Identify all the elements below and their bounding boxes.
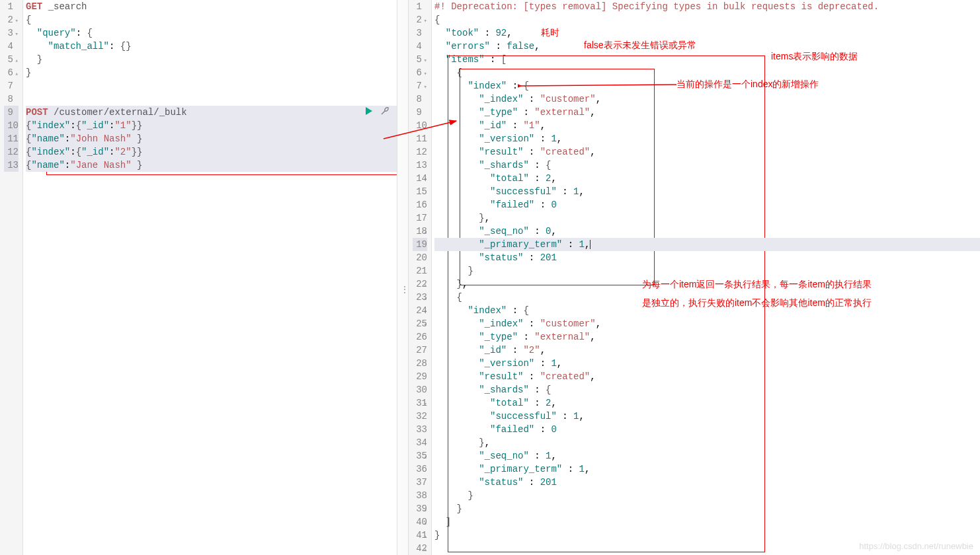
line-number: 39▴ — [413, 502, 427, 515]
code-line[interactable]: "total" : 2, — [434, 396, 980, 410]
line-number: 19 — [413, 238, 427, 251]
code-line[interactable]: "total" : 2, — [434, 172, 980, 185]
line-number: 37 — [413, 476, 427, 489]
line-number: 5▾ — [413, 53, 427, 66]
response-viewer-pane: 12▾345▾6▾7▾8910111213▾14151617▴18192021▴… — [409, 0, 980, 555]
code-line[interactable]: "_seq_no" : 0, — [434, 225, 980, 238]
line-number: 11 — [413, 132, 427, 145]
code-line[interactable] — [26, 92, 397, 106]
code-line[interactable]: "match_all": {} — [26, 40, 397, 53]
code-line[interactable]: "_primary_term" : 1, — [434, 462, 980, 476]
code-line[interactable]: { — [26, 13, 397, 26]
code-line[interactable]: "_shards" : { — [434, 383, 980, 396]
code-line[interactable]: "_version" : 1, — [434, 357, 980, 370]
code-line[interactable]: "_type" : "external", — [434, 106, 980, 119]
code-line[interactable]: GET _search — [26, 0, 397, 13]
line-number: 29 — [413, 370, 427, 383]
code-line[interactable]: }, — [434, 278, 980, 291]
code-line[interactable]: "status" : 201 — [434, 476, 980, 489]
line-number: 10 — [413, 119, 427, 132]
response-viewer[interactable]: 耗时 false表示未发生错误或异常 items表示影响的数据 当前的操作是一个… — [432, 0, 980, 555]
line-number: 22▴ — [413, 278, 427, 291]
code-line[interactable]: "_shards" : { — [434, 159, 980, 172]
line-number: 4 — [413, 40, 427, 53]
code-line[interactable]: "_id" : "1", — [434, 119, 980, 132]
code-line[interactable]: "status" : 201 — [434, 251, 980, 264]
line-number: 33 — [413, 423, 427, 436]
line-number: 15 — [413, 185, 427, 198]
code-line[interactable]: ] — [434, 515, 980, 529]
line-number: 36 — [413, 462, 427, 476]
code-line[interactable]: "result" : "created", — [434, 145, 980, 159]
code-line[interactable]: {"name":"John Nash" } — [26, 132, 397, 145]
code-line[interactable]: {"name":"Jane Nash" } — [26, 159, 397, 172]
code-line[interactable]: }, — [434, 211, 980, 225]
code-line[interactable]: "successful" : 1, — [434, 185, 980, 198]
line-number: 13 — [4, 159, 19, 172]
line-number: 23▾ — [413, 291, 427, 304]
wrench-icon[interactable] — [380, 106, 390, 120]
code-line[interactable]: "_type" : "external", — [434, 330, 980, 344]
code-line[interactable]: } — [434, 529, 980, 542]
line-number: 11 — [4, 132, 19, 145]
code-line[interactable]: "_id" : "2", — [434, 344, 980, 357]
line-number: 26 — [413, 330, 427, 344]
line-number: 5▴ — [4, 53, 19, 66]
line-number: 1 — [413, 0, 427, 13]
code-line[interactable]: #! Deprecation: [types removal] Specifyi… — [434, 0, 980, 13]
code-line[interactable]: "index" : { — [434, 304, 980, 317]
request-editor-pane: 12▾3▾45▴6▴78910111213 执行后的结果 GET _search… — [0, 0, 397, 555]
code-line[interactable]: "_index" : "customer", — [434, 317, 980, 330]
code-line[interactable]: } — [434, 264, 980, 278]
code-line[interactable]: "took" : 92, — [434, 26, 980, 40]
code-line[interactable]: POST /customer/external/_bulk — [26, 106, 397, 119]
line-number: 25 — [413, 317, 427, 330]
code-line[interactable]: "query": { — [26, 26, 397, 40]
code-line[interactable]: "_seq_no" : 1, — [434, 449, 980, 462]
code-line[interactable]: {"index":{"_id":"2"}} — [26, 145, 397, 159]
code-line[interactable]: "result" : "created", — [434, 370, 980, 383]
line-number: 28 — [413, 357, 427, 370]
code-line[interactable]: {"index":{"_id":"1"}} — [26, 119, 397, 132]
line-number: 18 — [413, 225, 427, 238]
line-number: 9 — [413, 106, 427, 119]
line-number: 12 — [4, 145, 19, 159]
code-line[interactable]: "_version" : 1, — [434, 132, 980, 145]
left-line-gutter: 12▾3▾45▴6▴78910111213 — [0, 0, 23, 555]
pane-divider[interactable] — [397, 0, 409, 555]
line-number: 6▾ — [413, 66, 427, 79]
line-number: 17▴ — [413, 211, 427, 225]
line-number: 27 — [413, 344, 427, 357]
code-line[interactable]: } — [434, 489, 980, 502]
line-number: 42 — [413, 542, 427, 555]
code-line[interactable]: }, — [434, 436, 980, 449]
code-line[interactable]: "successful" : 1, — [434, 410, 980, 423]
code-line[interactable]: { — [434, 13, 980, 26]
line-number: 9 — [4, 106, 19, 119]
line-number: 8 — [4, 92, 19, 106]
line-number: 7▾ — [413, 79, 427, 92]
line-number: 3 — [413, 26, 427, 40]
code-line[interactable]: "_primary_term" : 1, — [434, 238, 980, 251]
code-line[interactable]: { — [434, 66, 980, 79]
line-number: 32 — [413, 410, 427, 423]
line-number: 12 — [413, 145, 427, 159]
request-editor[interactable]: 执行后的结果 GET _search{ "query": { "match_al… — [23, 0, 397, 555]
code-line[interactable]: { — [434, 291, 980, 304]
code-line[interactable]: "_index" : "customer", — [434, 92, 980, 106]
code-line[interactable]: "errors" : false, — [434, 40, 980, 53]
run-query-icon[interactable] — [364, 106, 374, 120]
code-line[interactable]: } — [434, 502, 980, 515]
line-number: 14 — [413, 172, 427, 185]
code-line[interactable]: } — [26, 66, 397, 79]
line-number: 38▴ — [413, 489, 427, 502]
right-line-gutter: 12▾345▾6▾7▾8910111213▾14151617▴18192021▴… — [409, 0, 432, 555]
line-number: 24▾ — [413, 304, 427, 317]
code-line[interactable]: "items" : [ — [434, 53, 980, 66]
line-number: 40▴ — [413, 515, 427, 529]
code-line[interactable]: "failed" : 0 — [434, 423, 980, 436]
code-line[interactable]: "index" : { — [434, 79, 980, 92]
code-line[interactable]: } — [26, 53, 397, 66]
code-line[interactable] — [26, 79, 397, 92]
code-line[interactable]: "failed" : 0 — [434, 198, 980, 211]
